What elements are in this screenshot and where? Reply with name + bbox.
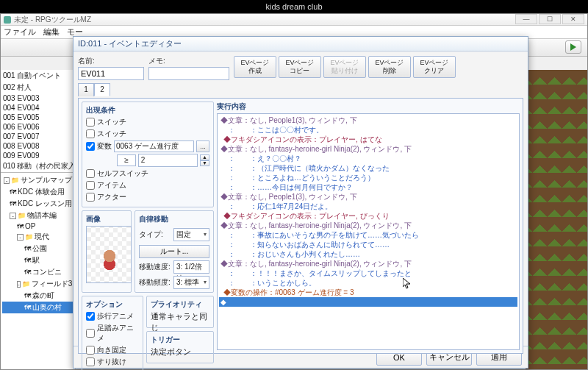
selfswitch-check[interactable]: [86, 169, 95, 178]
playtest-button[interactable]: [565, 40, 581, 54]
variable-check[interactable]: [86, 142, 95, 151]
type-select[interactable]: 固定: [173, 228, 209, 241]
title-bar: 未定 - RPGツクールMZ — ☐ ✕: [1, 14, 587, 26]
tree-row[interactable]: 🗺OP: [2, 221, 74, 231]
tree-expand-icon[interactable]: -: [4, 177, 10, 184]
event-command-line[interactable]: ◆文章：なし, People1(3), ウィンドウ, 下: [219, 192, 517, 202]
ev-page-button[interactable]: EVページ削除: [368, 56, 411, 78]
event-list-row[interactable]: 007 EV007: [1, 132, 75, 141]
event-command-line[interactable]: ： ：え？〇〇村？: [219, 154, 517, 163]
event-command-line[interactable]: ： ：（江戸時代に（噴火かダム）なくなった: [219, 163, 517, 173]
event-command-line[interactable]: ◆: [219, 297, 517, 307]
tab-2[interactable]: 2: [94, 83, 110, 96]
tree-row[interactable]: 🗺KDC 体験会用: [2, 186, 74, 198]
menu-edit[interactable]: 編集: [43, 26, 60, 38]
image-title: 画像: [86, 214, 127, 224]
tree-expand-icon[interactable]: -: [17, 234, 24, 241]
map-canvas[interactable]: [526, 70, 587, 369]
step-anim-check[interactable]: [86, 329, 95, 338]
character-image[interactable]: [86, 226, 132, 283]
priority-select[interactable]: 通常キャラと同じ: [151, 311, 209, 324]
map-tree[interactable]: -📁サンプルマップ🗺KDC 体験会用🗺KDC レッスン用-📁物語本編🗺OP-📁現…: [1, 173, 75, 369]
name-input[interactable]: [78, 67, 144, 80]
dir-fix-check[interactable]: [86, 346, 95, 355]
selfswitch-label: セルフスイッチ: [97, 168, 148, 179]
event-command-list[interactable]: ◆文章：なし, People1(3), ウィンドウ, 下： ：ここは〇〇村です。…: [217, 113, 520, 350]
event-command-line[interactable]: ： ：応仁1年7月24日だよ。: [219, 202, 517, 211]
trigger-select[interactable]: 決定ボタン: [151, 346, 209, 360]
event-list[interactable]: 001 自動イベント002 村人003 EV003004 EV004005 EV…: [1, 70, 75, 173]
menu-file[interactable]: ファイル: [4, 26, 36, 38]
tree-expand-icon[interactable]: -: [17, 281, 21, 288]
tree-label: KDC レッスン用: [18, 199, 72, 209]
tree-expand-icon[interactable]: -: [10, 213, 16, 219]
route-button[interactable]: ルート...: [139, 245, 209, 258]
priority-group: プライオリティ 通常キャラと同じ: [146, 296, 214, 328]
actor-label: アクター: [97, 192, 126, 202]
tree-row[interactable]: 🗺公園: [2, 243, 74, 255]
switch1-check[interactable]: [86, 118, 95, 127]
map-icon: 🗺: [24, 292, 31, 299]
name-label: 名前:: [78, 56, 144, 66]
close-button[interactable]: ✕: [562, 14, 584, 24]
event-command-line[interactable]: ◆文章：なし, fantasy-heroine-girl Ninja(2), ウ…: [219, 221, 517, 230]
tree-row[interactable]: 🗺KDC レッスン用: [2, 198, 74, 210]
memo-input[interactable]: [148, 67, 229, 80]
tree-label: 山奥の村: [32, 302, 62, 313]
tab-1[interactable]: 1: [78, 83, 94, 96]
event-list-row[interactable]: 004 EV004: [1, 103, 75, 113]
event-command-line[interactable]: ： ：ところよね…どういうことだろう）: [219, 173, 517, 182]
event-list-row[interactable]: 003 EV003: [1, 93, 75, 103]
event-command-line[interactable]: ： ：！！！まさか、タイムスリップしてしまったと: [219, 268, 517, 278]
variable-value-input[interactable]: 2: [138, 154, 198, 167]
item-check[interactable]: [86, 181, 95, 190]
variable-name-box[interactable]: 0063 ゲーム進行度: [114, 140, 194, 152]
walk-anim-label: 歩行アニメ: [97, 311, 134, 321]
event-command-line[interactable]: ◆フキダシアイコンの表示：プレイヤー, はてな: [219, 135, 517, 144]
freq-select[interactable]: 3: 標準: [173, 276, 209, 289]
event-command-line[interactable]: ： ：知らないおばあさんに助けられてて……: [219, 240, 517, 249]
event-list-row[interactable]: 002 村人: [1, 82, 75, 93]
tree-row[interactable]: -📁物語本編: [2, 210, 74, 221]
automove-title: 自律移動: [139, 214, 209, 224]
through-check[interactable]: [86, 357, 95, 366]
event-command-line[interactable]: ◆文章：なし, fantasy-heroine-girl Ninja(2), ウ…: [219, 144, 517, 154]
event-command-line[interactable]: ： ：事故にあいそうな男の子を助けて……気づいたら: [219, 230, 517, 240]
speed-select[interactable]: 3: 1/2倍速: [173, 260, 209, 274]
tree-row[interactable]: -📁サンプルマップ: [2, 174, 74, 186]
switch2-check[interactable]: [86, 129, 95, 138]
tree-row[interactable]: -📁フィールド3: [2, 278, 74, 290]
event-command-line[interactable]: ： ：ここは〇〇村です。: [219, 125, 517, 135]
tree-row[interactable]: 🗺駅: [2, 255, 74, 266]
event-command-line[interactable]: ◆フキダシアイコンの表示：プレイヤー, びっくり: [219, 211, 517, 221]
event-command-line[interactable]: ： ：……今日は何月何日ですか？: [219, 182, 517, 192]
event-command-line[interactable]: ◆文章：なし, fantasy-heroine-girl Ninja(2), ウ…: [219, 259, 517, 268]
ev-page-button[interactable]: EVページ作成: [234, 56, 276, 78]
spin-buttons[interactable]: ▲▼: [200, 154, 209, 166]
maximize-button[interactable]: ☐: [539, 14, 561, 24]
walk-anim-check[interactable]: [86, 312, 95, 321]
tree-row[interactable]: -📁現代: [2, 231, 74, 243]
minimize-button[interactable]: —: [515, 14, 537, 24]
tree-row[interactable]: 🗺コンビニ: [2, 266, 74, 278]
event-command-line[interactable]: ◆文章：なし, People1(3), ウィンドウ, 下: [219, 115, 517, 125]
event-list-row[interactable]: 009 EV009: [1, 151, 75, 160]
memo-label: メモ:: [148, 56, 229, 66]
actor-check[interactable]: [86, 193, 95, 202]
tree-row[interactable]: 🗺森の町: [2, 290, 74, 302]
event-list-row[interactable]: 006 EV006: [1, 122, 75, 132]
switch2-label: スイッチ: [97, 129, 126, 139]
event-command-line[interactable]: ◆変数の操作：#0063 ゲーム進行度 = 3: [219, 288, 517, 297]
event-command-line[interactable]: ： ：おじいさんも小判くれたし……: [219, 249, 517, 259]
ev-page-button[interactable]: EVページクリア: [413, 56, 456, 78]
event-list-row[interactable]: 001 自動イベント: [1, 70, 75, 82]
ev-page-button[interactable]: EVページコピー: [279, 56, 321, 78]
event-list-row[interactable]: 008 EV008: [1, 141, 75, 151]
event-command-line[interactable]: ： ：いうことかしら。: [219, 278, 517, 288]
variable-choose-button[interactable]: ...: [196, 140, 209, 152]
event-list-row[interactable]: 005 EV005: [1, 113, 75, 122]
op-ge[interactable]: ≥: [117, 154, 136, 166]
tree-row[interactable]: 🗺山奥の村: [2, 302, 74, 313]
dialog-title: ID:011 - イベントエディター: [74, 37, 528, 51]
event-list-row[interactable]: 010 移動（村の民家入: [1, 160, 75, 172]
